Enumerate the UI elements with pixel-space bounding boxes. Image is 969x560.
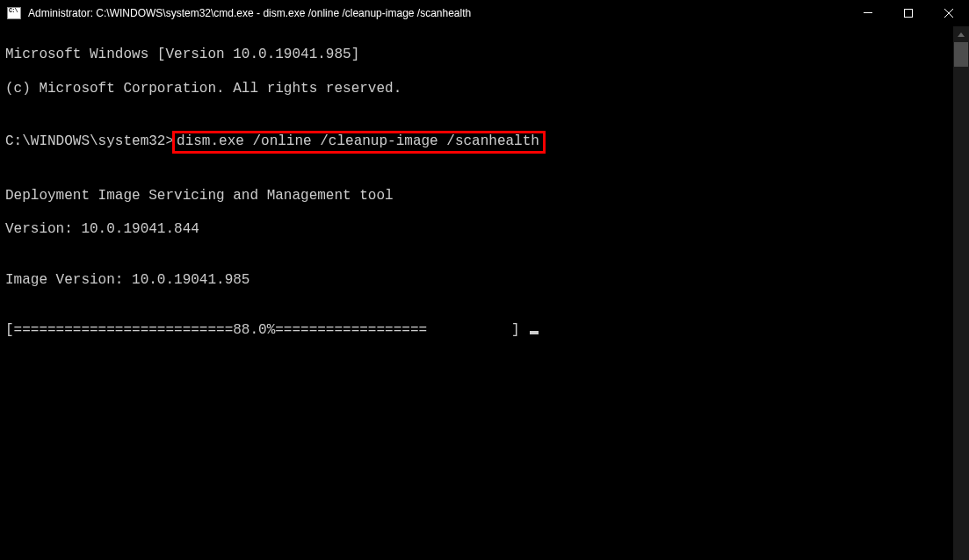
output-line: (c) Microsoft Corporation. All rights re… [5, 81, 948, 97]
output-line: Microsoft Windows [Version 10.0.19041.98… [5, 47, 948, 63]
minimize-button[interactable] [848, 0, 888, 25]
progress-bar: [==========================88.0%========… [5, 322, 528, 338]
output-line: Version: 10.0.19041.844 [5, 221, 948, 238]
window-title: Administrator: C:\WINDOWS\system32\cmd.e… [28, 7, 471, 19]
title-bar[interactable]: Administrator: C:\WINDOWS\system32\cmd.e… [0, 0, 969, 26]
maximize-button[interactable] [888, 0, 929, 25]
svg-marker-2 [958, 32, 965, 37]
window-controls [848, 0, 969, 25]
prompt-text: C:\WINDOWS\system32> [5, 133, 174, 149]
prompt-line: C:\WINDOWS\system32>dism.exe /online /cl… [5, 131, 948, 154]
close-icon [944, 9, 953, 18]
scrollbar[interactable] [953, 26, 969, 560]
close-button[interactable] [929, 0, 969, 25]
output-line: Image Version: 10.0.19041.985 [5, 272, 948, 289]
cursor-icon [530, 331, 539, 334]
cmd-icon [7, 7, 21, 19]
progress-line: [==========================88.0%========… [5, 322, 948, 339]
command-highlight: dism.exe /online /cleanup-image /scanhea… [172, 131, 546, 154]
output-line: Deployment Image Servicing and Managemen… [5, 188, 948, 205]
title-left: Administrator: C:\WINDOWS\system32\cmd.e… [0, 7, 471, 19]
terminal-output[interactable]: Microsoft Windows [Version 10.0.19041.98… [0, 26, 953, 360]
scroll-up-icon[interactable] [953, 26, 969, 42]
scroll-thumb[interactable] [954, 42, 968, 67]
